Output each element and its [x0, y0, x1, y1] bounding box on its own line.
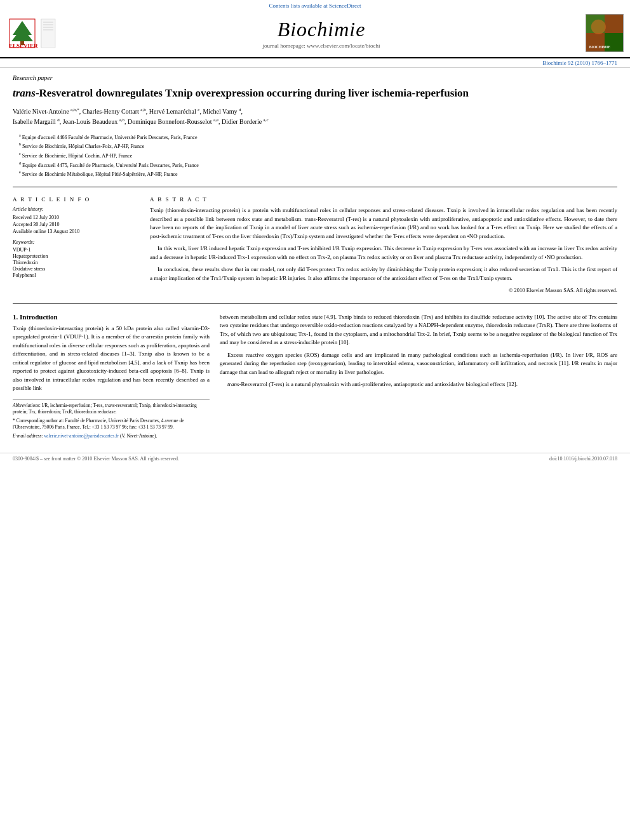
bottom-bar: 0300-9084/$ – see front matter © 2010 El… [0, 453, 630, 464]
biochimie-cover-image: BIOCHIMIE [586, 14, 624, 52]
svg-rect-5 [20, 41, 24, 45]
article-type: Research paper [0, 68, 630, 84]
footnote-section: Abbreviations: I/R, ischemia-reperfusion… [13, 399, 210, 440]
sciencedirect-banner: Contents lists available at ScienceDirec… [0, 0, 630, 10]
affiliations: a Equipe d'accueil 4466 Faculté de Pharm… [0, 129, 630, 183]
intro-right-para-3: trans-Resveratrol (T-res) is a natural p… [220, 380, 617, 389]
title-italic-part: trans [13, 87, 36, 99]
svg-text:BIOCHIMIE: BIOCHIMIE [589, 45, 610, 49]
section-divider-2 [13, 303, 617, 304]
abstract-para-1: Txnip (thioredoxin-interacting protein) … [150, 206, 617, 241]
abstract-column: A B S T R A C T Txnip (thioredoxin-inter… [150, 196, 617, 295]
section-number: 1. [13, 313, 18, 321]
keyword-1: VDUP-1 [13, 247, 140, 253]
article-title: trans-Resveratrol downregulates Txnip ov… [0, 84, 630, 105]
abstract-para-2: In this work, liver I/R induced hepatic … [150, 244, 617, 262]
keyword-3: Thioredoxin [13, 260, 140, 265]
history-label: Article history: [13, 206, 140, 212]
article-info-column: A R T I C L E I N F O Article history: R… [13, 196, 140, 295]
available-date: Available online 13 August 2010 [13, 229, 140, 234]
footnote-text: Abbreviations: I/R, ischemia-reperfusion… [13, 403, 210, 440]
email-link[interactable]: valerie.nivet-antoine@parisdescartes.fr [44, 433, 119, 439]
corresponding-note: * Corresponding author at: Faculté de Ph… [13, 418, 210, 431]
intro-left-text: Txnip (thioredoxin-interacting protein) … [13, 324, 210, 393]
intro-right-text: between metabolism and cellular redox st… [220, 313, 617, 389]
keyword-2: Hepatoprotection [13, 253, 140, 259]
journal-title-row: ELSEVIER Biochimie journal homepage: www… [0, 10, 630, 55]
issn-text: 0300-9084/$ – see front matter © 2010 El… [13, 456, 179, 462]
intro-left-para-1: Txnip (thioredoxin-interacting protein) … [13, 324, 210, 393]
journal-header: Contents lists available at ScienceDirec… [0, 0, 630, 58]
received-date: Received 12 July 2010 [13, 215, 140, 220]
journal-homepage: journal homepage: www.elsevier.com/locat… [57, 43, 586, 49]
accepted-date: Accepted 30 July 2010 [13, 222, 140, 227]
abstract-text: Txnip (thioredoxin-interacting protein) … [150, 206, 617, 295]
section-label: Introduction [20, 313, 58, 321]
authors-line: Valérie Nivet-Antoine a,b,*, Charles-Hen… [0, 105, 630, 129]
svg-point-15 [591, 20, 606, 34]
journal-center: Biochimie journal homepage: www.elsevier… [57, 18, 586, 49]
abbreviations-note: Abbreviations: I/R, ischemia-reperfusion… [13, 403, 210, 416]
sciencedirect-link[interactable]: ScienceDirect [329, 3, 361, 9]
email-note: E-mail address: valerie.nivet-antoine@pa… [13, 433, 210, 440]
journal-name: Biochimie [57, 18, 586, 41]
article-info-heading: A R T I C L E I N F O [13, 196, 140, 203]
intro-title: 1. Introduction [13, 313, 210, 321]
right-column: between metabolism and cellular redox st… [220, 313, 617, 442]
keyword-4: Oxidative stress [13, 266, 140, 272]
intro-right-para-2: Excess reactive oxygen species (ROS) dam… [220, 351, 617, 377]
keywords-label: Keywords: [13, 239, 140, 245]
article-info-abstract-section: A R T I C L E I N F O Article history: R… [0, 191, 630, 300]
main-content: 1. Introduction Txnip (thioredoxin-inter… [0, 308, 630, 447]
abstract-para-3: In conclusion, these results show that i… [150, 265, 617, 283]
keyword-5: Polyphenol [13, 272, 140, 278]
left-column: 1. Introduction Txnip (thioredoxin-inter… [13, 313, 210, 442]
svg-rect-7 [41, 19, 55, 48]
copyright-line: © 2010 Elsevier Masson SAS. All rights r… [150, 286, 617, 295]
doi-text: doi:10.1016/j.biochi.2010.07.018 [549, 456, 617, 462]
title-rest: -Resveratrol downregulates Txnip overexp… [36, 87, 469, 99]
volume-info-bar: Biochimie 92 (2010) 1766–1771 [0, 58, 630, 68]
section-divider [13, 187, 617, 187]
abstract-heading: A B S T R A C T [150, 196, 617, 203]
intro-right-para-1: between metabolism and cellular redox st… [220, 313, 617, 347]
elsevier-logo: ELSEVIER [6, 16, 57, 51]
